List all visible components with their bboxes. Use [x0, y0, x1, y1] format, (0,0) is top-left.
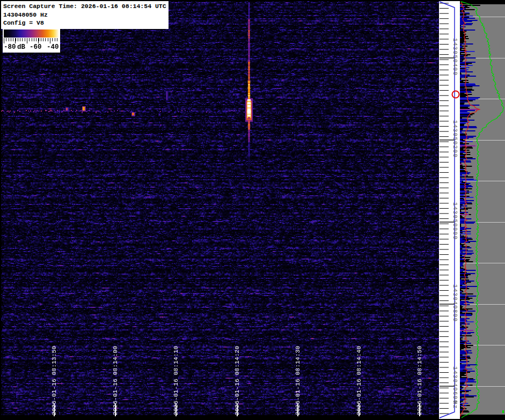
freq-tick-label: 143049800 [452, 284, 458, 324]
colorbar-label: -80 [4, 43, 16, 51]
colorbar-gradient [4, 30, 59, 38]
colorbar-label: -40 [47, 43, 59, 51]
colorbar-label: dB [17, 43, 25, 51]
spectrum-panel-canvas [460, 0, 505, 420]
freq-tick-label: 143049600 [452, 366, 458, 406]
colorbar: -80dB-60-40 [3, 28, 60, 53]
freq-unit-label: Hz [452, 401, 458, 412]
peak-marker-ring [452, 91, 459, 98]
screen: 2026-01-16 08:13:502026-01-16 08:14:0020… [0, 0, 505, 420]
info-line-config: Config = V8 [3, 19, 169, 27]
colorbar-labels: -80dB-60-40 [4, 44, 59, 52]
freq-tick-label: 143050200 [452, 120, 458, 160]
capture-info-box: Screen Capture Time: 2026-01-16 08:14:54… [1, 1, 169, 29]
info-line-capture-time: Screen Capture Time: 2026-01-16 08:14:54… [3, 2, 169, 11]
colorbar-major-ticks [4, 38, 59, 43]
colorbar-label: -60 [30, 43, 42, 51]
spectrogram-waterfall-canvas [1, 1, 439, 417]
freq-tick-label: 143050000 [452, 202, 458, 242]
freq-tick-label: 143050400 [452, 38, 458, 78]
info-line-frequency: 143048050 Hz [3, 11, 169, 19]
frequency-axis: 1430504001430502001430500001430498001430… [439, 1, 460, 419]
